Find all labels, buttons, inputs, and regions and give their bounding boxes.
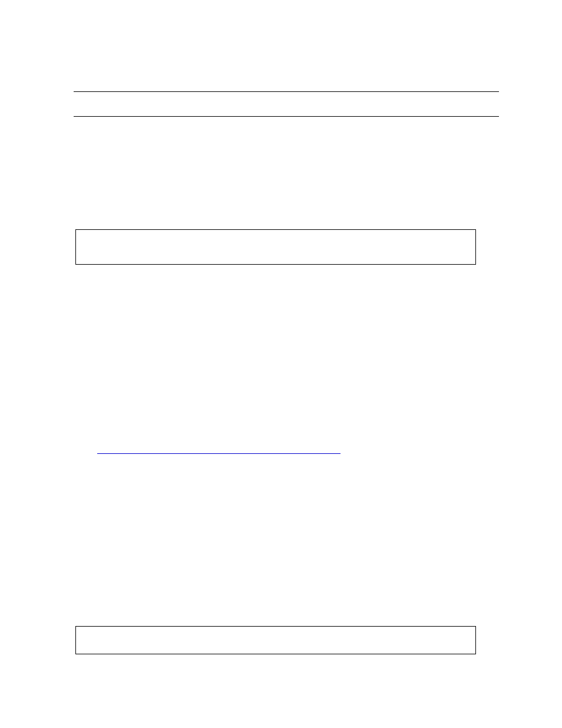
document-page xyxy=(0,0,562,728)
content-box xyxy=(75,229,476,265)
horizontal-divider xyxy=(74,91,499,92)
link-underline xyxy=(97,453,340,454)
horizontal-divider xyxy=(74,116,499,117)
content-box xyxy=(75,626,476,654)
